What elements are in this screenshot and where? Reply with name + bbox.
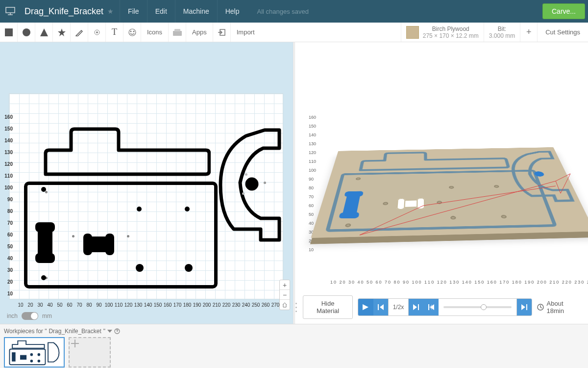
svg-point-13 bbox=[247, 179, 257, 189]
play-button[interactable] bbox=[358, 299, 373, 315]
preview-material-board bbox=[311, 147, 588, 238]
zoom-controls: + − bbox=[279, 280, 290, 310]
shape-mount-plate[interactable] bbox=[217, 126, 283, 244]
unit-toggle: inch mm bbox=[7, 312, 52, 320]
cut-settings-button[interactable]: Cut Settings bbox=[538, 28, 588, 36]
menu-edit[interactable]: Edit bbox=[147, 0, 175, 23]
help-icon[interactable] bbox=[114, 328, 120, 334]
shape-toolbar: T Icons Apps Import Birch Plywood 275 × … bbox=[0, 23, 588, 42]
shape-slot-h[interactable] bbox=[85, 237, 112, 252]
svg-marker-16 bbox=[380, 304, 384, 310]
unit-switch[interactable] bbox=[22, 312, 38, 320]
playback-speed[interactable]: 1/2x bbox=[388, 299, 409, 315]
preview-3d-pane[interactable]: 160150140130120110100908070605040302010 bbox=[295, 42, 588, 324]
tool-triangle[interactable] bbox=[35, 23, 53, 42]
preview-slot-white bbox=[398, 200, 423, 208]
svg-marker-15 bbox=[363, 304, 368, 310]
svg-rect-0 bbox=[6, 7, 15, 13]
preview-controls: Hide Material 1/2x About 18min bbox=[295, 292, 588, 322]
svg-rect-29 bbox=[12, 353, 15, 361]
drill-hole[interactable] bbox=[127, 235, 129, 237]
menu-file[interactable]: File bbox=[120, 0, 147, 23]
svg-point-34 bbox=[38, 360, 40, 362]
design-workarea[interactable] bbox=[9, 93, 283, 299]
tool-circle[interactable] bbox=[18, 23, 35, 42]
skip-start-button[interactable] bbox=[423, 299, 439, 315]
drill-hole[interactable] bbox=[72, 235, 74, 237]
svg-rect-30 bbox=[21, 356, 26, 359]
material-swatch bbox=[406, 26, 419, 39]
svg-point-8 bbox=[130, 31, 131, 32]
svg-rect-24 bbox=[526, 304, 527, 310]
svg-marker-22 bbox=[429, 304, 432, 310]
zoom-out-button[interactable]: − bbox=[280, 290, 290, 300]
svg-point-33 bbox=[31, 360, 33, 362]
workpiece-thumb-1[interactable] bbox=[4, 337, 65, 368]
preview-slot-blue bbox=[342, 192, 361, 217]
chevron-down-icon[interactable] bbox=[107, 329, 112, 334]
svg-marker-18 bbox=[413, 304, 417, 310]
svg-rect-10 bbox=[173, 31, 182, 36]
carve-button[interactable]: Carve... bbox=[542, 3, 585, 19]
svg-point-31 bbox=[31, 354, 33, 356]
svg-rect-11 bbox=[174, 29, 180, 31]
bit-value: 3.000 mm bbox=[489, 32, 515, 39]
svg-marker-3 bbox=[40, 28, 48, 36]
workpieces-footer: Workpieces for "Drag_Knife_Bracket" bbox=[0, 324, 588, 368]
drill-hole[interactable] bbox=[137, 207, 142, 211]
drill-hole[interactable] bbox=[41, 275, 46, 280]
tool-apps[interactable]: Apps bbox=[186, 23, 213, 42]
workpieces-title: Workpieces for "Drag_Knife_Bracket" bbox=[4, 326, 584, 337]
svg-rect-20 bbox=[428, 304, 429, 310]
tool-apps-icon[interactable] bbox=[169, 23, 186, 42]
tool-star[interactable] bbox=[53, 23, 71, 42]
menu-help[interactable]: Help bbox=[217, 0, 247, 23]
title-bar: Drag_Knife_Bracket ★ File Edit Machine H… bbox=[0, 0, 588, 23]
svg-rect-19 bbox=[418, 304, 419, 310]
favorite-star-icon[interactable]: ★ bbox=[107, 7, 120, 15]
bit-label: Bit: bbox=[489, 26, 515, 32]
skip-end-button[interactable] bbox=[517, 299, 532, 315]
tool-text[interactable]: T bbox=[106, 23, 123, 42]
material-dimensions: 275 × 170 × 12.2 mm bbox=[423, 32, 479, 39]
tool-rectangle[interactable] bbox=[0, 23, 18, 42]
preview-viewport[interactable]: 160150140130120110100908070605040302010 bbox=[301, 71, 582, 289]
svg-rect-1 bbox=[5, 28, 13, 36]
add-bit-button[interactable]: + bbox=[520, 23, 538, 42]
material-selector[interactable]: Birch Plywood 275 × 170 × 12.2 mm bbox=[401, 23, 484, 42]
zoom-home-button[interactable] bbox=[280, 300, 290, 310]
shape-bracket-tab[interactable] bbox=[42, 127, 211, 178]
tool-icons-library[interactable]: Icons bbox=[141, 23, 169, 42]
bit-selector[interactable]: Bit: 3.000 mm bbox=[484, 23, 520, 42]
drill-hole[interactable] bbox=[136, 264, 144, 272]
drill-hole[interactable] bbox=[185, 264, 193, 272]
tool-import[interactable]: Import bbox=[231, 23, 261, 42]
clock-icon bbox=[537, 304, 543, 311]
tool-import-icon[interactable] bbox=[213, 23, 231, 42]
workpiece-add-button[interactable] bbox=[69, 337, 111, 368]
step-back-button[interactable] bbox=[373, 299, 389, 315]
canvas-2d-pane[interactable]: 102030405060708090100110120130140150160 … bbox=[0, 42, 293, 324]
svg-marker-26 bbox=[107, 330, 112, 333]
svg-rect-17 bbox=[378, 304, 379, 310]
tool-drill[interactable] bbox=[88, 23, 106, 42]
svg-marker-4 bbox=[58, 28, 66, 36]
plus-icon bbox=[70, 338, 110, 367]
shape-base-plate[interactable] bbox=[24, 182, 218, 289]
menu-machine[interactable]: Machine bbox=[175, 0, 217, 23]
svg-point-2 bbox=[23, 28, 30, 36]
step-forward-button[interactable] bbox=[409, 299, 424, 315]
shape-slot-i[interactable] bbox=[38, 224, 52, 261]
zoom-in-button[interactable]: + bbox=[280, 280, 290, 290]
tool-face-icon[interactable] bbox=[123, 23, 141, 42]
preview-x-ruler: 10 20 30 40 50 60 70 80 90 100 110 120 1… bbox=[330, 280, 588, 285]
svg-point-7 bbox=[129, 29, 136, 36]
project-title: Drag_Knife_Bracket bbox=[21, 6, 107, 17]
playback-slider[interactable] bbox=[439, 299, 517, 315]
drill-hole[interactable] bbox=[45, 191, 48, 193]
drill-hole[interactable] bbox=[185, 207, 190, 211]
svg-marker-23 bbox=[521, 304, 525, 310]
tool-pen[interactable] bbox=[71, 23, 88, 42]
y-axis-ruler: 102030405060708090100110120130140150160 bbox=[2, 111, 13, 299]
hide-material-button[interactable]: Hide Material bbox=[303, 295, 353, 319]
